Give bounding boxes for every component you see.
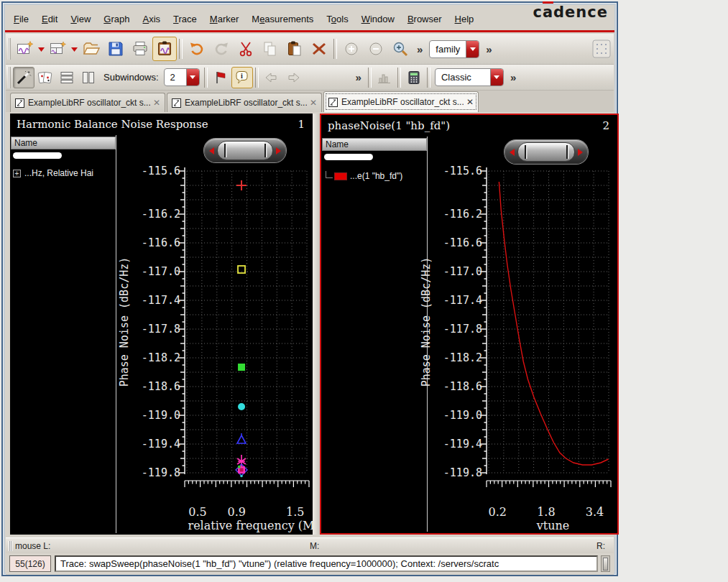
dock-placeholder-button[interactable] [589, 37, 614, 61]
toolbar-secondary: Subwindows: 2 i [6, 65, 614, 91]
tab-label: ExampleLibRF oscillator_ckt s... [28, 98, 150, 108]
undo-button[interactable] [185, 37, 209, 61]
paste-icon [286, 40, 303, 57]
forward-button[interactable] [282, 67, 304, 88]
menu-measurements[interactable]: Measurements [245, 11, 320, 27]
histogram-button[interactable] [374, 67, 395, 88]
overflow-icon[interactable]: » [482, 43, 496, 55]
plot-canvas-right[interactable]: -115.6-116.2-116.6-117.0-117.4-117.8-118… [320, 114, 619, 535]
menu-view[interactable]: View [64, 11, 97, 27]
toolbar-separator [255, 68, 259, 88]
svg-text:-116.2: -116.2 [142, 208, 180, 221]
new-subwindow-button[interactable] [46, 37, 70, 61]
combo-arrow-icon[interactable] [466, 41, 479, 57]
app-window: FileEditViewGraphAxisTraceMarkerMeasurem… [1, 1, 618, 576]
zoom-in-button[interactable] [339, 37, 364, 61]
svg-text:vtune: vtune [536, 519, 570, 532]
vertical-split-icon [80, 70, 96, 86]
zoom-in-icon [343, 40, 360, 57]
svg-text:-118.6: -118.6 [443, 380, 482, 393]
new-subwindow-dropdown[interactable] [70, 37, 79, 61]
calculator-button[interactable] [403, 67, 425, 88]
magic-wand-icon [16, 70, 32, 86]
menu-trace[interactable]: Trace [167, 11, 203, 27]
mouse-left-binding: mouse L: [15, 541, 50, 551]
flag-button[interactable] [210, 67, 231, 88]
plot-canvas-left[interactable]: -115.6-116.2-116.6-117.0-117.4-117.8-118… [10, 114, 313, 535]
menu-help[interactable]: Help [448, 11, 481, 27]
tab-bar: ExampleLibRF oscillator_ckt s... ✕ Examp… [6, 91, 614, 112]
menu-browser[interactable]: Browser [401, 11, 448, 27]
family-combobox[interactable]: family [429, 40, 479, 58]
cut-button[interactable] [234, 37, 258, 61]
redo-button[interactable] [209, 37, 234, 61]
svg-text:3.4: 3.4 [586, 505, 604, 519]
menu-edit[interactable]: Edit [35, 11, 64, 27]
svg-text:relative frequency (M: relative frequency (M [188, 519, 313, 532]
svg-text:i: i [241, 72, 243, 80]
save-button[interactable] [103, 37, 128, 61]
combo-arrow-icon[interactable] [186, 69, 199, 86]
toolbar-separator [179, 39, 183, 59]
message-scrollbar[interactable] [601, 555, 610, 572]
family-value: family [430, 44, 466, 55]
subwindow-2-active: phaseNoise(1 "hb_fd") 2 Name ...e(1 "hb_… [320, 114, 619, 535]
tab-window-2[interactable]: ExampleLibRF oscillator_ckt s... ✕ [167, 93, 322, 112]
menu-window[interactable]: Window [355, 11, 401, 27]
zoom-out-button[interactable] [364, 37, 388, 61]
svg-text:-117.0: -117.0 [142, 265, 180, 278]
toolbar-separator [427, 68, 430, 88]
new-window-button[interactable] [13, 37, 37, 61]
svg-text:0.2: 0.2 [489, 505, 507, 519]
subwindows-combobox[interactable]: 2 [164, 68, 200, 86]
svg-text:-117.4: -117.4 [443, 294, 482, 307]
tab-window-3[interactable]: ExampleLibRF oscillator_ckt s... ✕ [323, 91, 479, 112]
copy-button[interactable] [258, 37, 282, 61]
back-button[interactable] [261, 67, 282, 88]
paste-button[interactable] [282, 37, 307, 61]
cards-button[interactable] [34, 67, 56, 88]
delete-button[interactable] [307, 37, 331, 61]
menu-graph[interactable]: Graph [97, 11, 136, 27]
tab-close-icon[interactable]: ✕ [310, 98, 317, 108]
stack-vertical-button[interactable] [78, 67, 99, 88]
menu-file[interactable]: File [7, 11, 35, 27]
menu-tools[interactable]: Tools [320, 11, 354, 27]
toolbar-main: » family » [6, 34, 614, 65]
graph-tab-icon [328, 98, 338, 107]
trace-message-field: Trace: swapSweep(phaseNoise(1 "hb_fd") "… [55, 555, 598, 572]
svg-text:-117.4: -117.4 [142, 294, 180, 307]
tab-window-1[interactable]: ExampleLibRF oscillator_ckt s... ✕ [10, 93, 165, 112]
redo-icon [213, 40, 230, 57]
flag-icon [213, 70, 229, 86]
print-button[interactable] [128, 37, 152, 61]
cadence-logo: cadence [533, 4, 608, 21]
toolbar-handle [8, 38, 11, 60]
combo-arrow-icon[interactable] [490, 69, 503, 86]
overflow-icon[interactable]: » [413, 43, 427, 55]
overflow-icon[interactable]: » [506, 71, 520, 83]
info-balloon-icon: i [234, 70, 250, 86]
zoom-fit-button[interactable] [388, 37, 413, 61]
menu-marker[interactable]: Marker [203, 11, 245, 27]
copy-icon [262, 40, 279, 57]
svg-text:-117.8: -117.8 [142, 323, 180, 336]
tab-close-icon[interactable]: ✕ [466, 97, 474, 107]
snapshot-clipboard-button[interactable] [152, 37, 177, 61]
subwindow-splitter[interactable] [313, 114, 320, 535]
overflow-icon[interactable]: » [351, 71, 366, 83]
menu-bar: FileEditViewGraphAxisTraceMarkerMeasurem… [7, 8, 612, 29]
menu-axis[interactable]: Axis [136, 11, 167, 27]
svg-text:-118.2: -118.2 [443, 351, 482, 364]
style-combobox[interactable]: Classic [435, 68, 504, 86]
new-window-dropdown[interactable] [37, 37, 46, 61]
open-folder-icon [83, 40, 100, 57]
label-info-button[interactable]: i [231, 67, 253, 88]
open-button[interactable] [79, 37, 103, 61]
stack-horizontal-button[interactable] [56, 67, 78, 88]
tab-close-icon[interactable]: ✕ [153, 98, 160, 108]
wizard-button[interactable] [13, 67, 34, 88]
toolbar-handle [8, 67, 11, 88]
svg-text:-119.8: -119.8 [142, 466, 180, 479]
svg-text:1.8: 1.8 [537, 505, 555, 519]
